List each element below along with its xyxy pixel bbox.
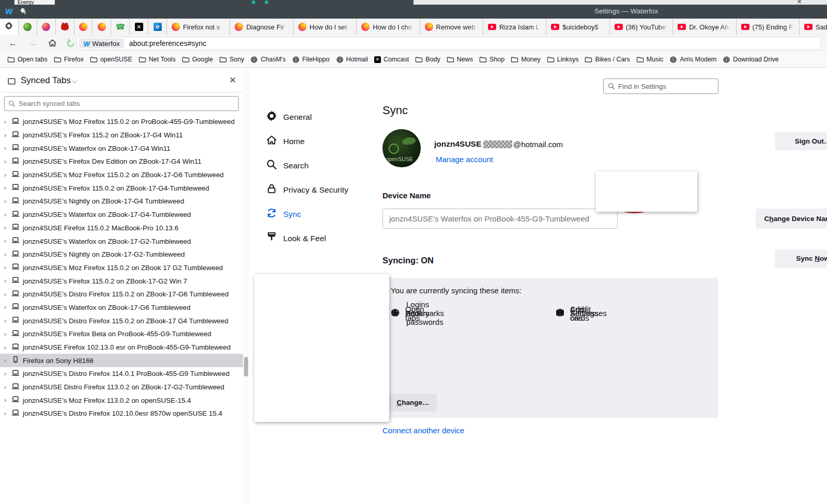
synced-device-row[interactable]: › jonzn4SUSE Firefox 102.13.0 esr on Pro… xyxy=(0,341,243,354)
bookmark-item[interactable]: ✕ Bikes / Cars xyxy=(581,54,633,65)
bookmark-item[interactable]: ✕ Download Drive xyxy=(719,54,782,65)
bookmark-item[interactable]: ✕ Open tabs xyxy=(4,54,51,65)
expand-chevron-icon[interactable]: › xyxy=(4,317,8,324)
synced-device-row[interactable]: › jonzn4SUSE’s Firefox Beta on ProBook-4… xyxy=(0,327,243,341)
expand-chevron-icon[interactable]: › xyxy=(4,251,8,258)
scrollbar-thumb[interactable] xyxy=(244,357,248,376)
synced-device-row[interactable]: › jonzn4SUSE’s Moz Firefox 115.0.2 on Pr… xyxy=(0,115,243,129)
expand-chevron-icon[interactable]: › xyxy=(4,198,8,205)
expand-chevron-icon[interactable]: › xyxy=(4,211,8,218)
bookmark-item[interactable]: ✕ Shop xyxy=(476,54,508,65)
expand-chevron-icon[interactable]: › xyxy=(4,384,8,391)
synced-device-row[interactable]: › jonzn4SUSE’s Nightly on ZBook-17-G2-Tu… xyxy=(0,248,243,261)
bookmark-item[interactable]: ✕ FileHippo xyxy=(289,54,333,65)
pinned-tab[interactable]: ☎ ✕ o xyxy=(74,19,93,35)
expand-chevron-icon[interactable]: › xyxy=(4,330,8,338)
synced-device-row[interactable]: › jonzn4SUSE’s Firefox 115.0.2 on ZBook-… xyxy=(0,274,243,288)
site-identity-chip[interactable]: W Waterfox xyxy=(79,38,124,49)
bookmark-item[interactable]: ✕ Hotmail xyxy=(333,54,371,65)
synced-device-row[interactable]: › jonzn4SUSE Firefox 115.0.2 MacBook-Pro… xyxy=(0,222,243,235)
browser-tab[interactable]: Diagnose Fir xyxy=(230,19,293,35)
sidebar-close-button[interactable]: ✕ xyxy=(229,75,236,86)
settings-nav-item[interactable]: General xyxy=(266,105,382,129)
synced-device-row[interactable]: › jonzn4SUSE’s Firefox 115.0.2 on ZBook-… xyxy=(0,181,243,195)
pinned-tab[interactable]: ☎ ✕ o xyxy=(0,19,19,35)
change-device-name-button[interactable]: Change Device Name… xyxy=(756,209,827,229)
bookmark-item[interactable]: ✕ Money xyxy=(508,54,544,65)
synced-device-row[interactable]: › jonzn4SUSE’s Distro Firefox 115.0.2 on… xyxy=(0,314,243,327)
bookmark-item[interactable]: ✕ Firefox xyxy=(51,54,87,65)
change-sync-items-button[interactable]: Change… xyxy=(389,393,437,412)
sidebar-search-input[interactable]: Search synced tabs xyxy=(4,96,239,111)
synced-device-row[interactable]: › jonzn4SUSE’s Distro Firefox 114.0.1 Pr… xyxy=(0,367,243,381)
synced-device-row[interactable]: › jonzn4SUSE’s Waterfox on ZBook-17-G4 W… xyxy=(0,141,243,155)
expand-chevron-icon[interactable]: › xyxy=(4,291,8,298)
expand-chevron-icon[interactable]: › xyxy=(4,158,8,165)
expand-chevron-icon[interactable]: › xyxy=(4,357,8,364)
expand-chevron-icon[interactable]: › xyxy=(4,238,8,245)
back-button[interactable]: ← xyxy=(6,37,20,50)
expand-chevron-icon[interactable]: › xyxy=(4,410,8,417)
expand-chevron-icon[interactable]: › xyxy=(4,145,8,152)
synced-device-row[interactable]: › jonzn4SUSE’s Distro Firefox 102.10.0es… xyxy=(0,407,243,420)
bookmark-item[interactable]: ✕ Sony xyxy=(216,54,248,65)
expand-chevron-icon[interactable]: › xyxy=(4,304,8,311)
synced-device-row[interactable]: › jonzn4SUSE’s Waterfox on ZBook-17-G6 T… xyxy=(0,301,243,314)
device-name-input[interactable] xyxy=(382,209,618,229)
expand-chevron-icon[interactable]: › xyxy=(4,344,8,351)
synced-device-row[interactable]: › jonzn4SUSE’s Waterfox on ZBook-17-G4-T… xyxy=(0,208,243,222)
settings-nav-item[interactable]: Sync xyxy=(266,202,382,226)
url-bar[interactable]: W Waterfox about:preferences#sync xyxy=(76,37,821,50)
synced-device-row[interactable]: › Firefox on Sony H8166 xyxy=(0,354,243,367)
expand-chevron-icon[interactable]: › xyxy=(4,184,8,192)
browser-tab[interactable]: How do I cho xyxy=(357,19,420,35)
synced-device-row[interactable]: › jonzn4SUSE’s Distro Firefox 115.0.2 on… xyxy=(0,288,243,301)
bookmark-item[interactable]: ✕ openSUSE xyxy=(87,54,135,65)
expand-chevron-icon[interactable]: › xyxy=(4,264,8,271)
pinned-tab[interactable]: ☎ ✕ o xyxy=(111,19,130,35)
pinned-tab[interactable]: ☎ ✕ o xyxy=(130,19,148,35)
pinned-tab[interactable]: ☎ ✕ o xyxy=(56,19,74,35)
bookmark-item[interactable]: ✕ ChasM's xyxy=(247,54,288,65)
manage-account-link[interactable]: Manage account xyxy=(436,155,493,164)
bookmark-item[interactable]: ✕ News xyxy=(443,54,476,65)
expand-chevron-icon[interactable]: › xyxy=(4,224,8,231)
browser-tab[interactable]: $uicideboy$ xyxy=(546,19,609,35)
connect-another-device-link[interactable]: Connect another device xyxy=(382,426,464,435)
settings-nav-item[interactable]: Search xyxy=(266,153,382,178)
expand-chevron-icon[interactable]: › xyxy=(4,397,8,404)
synced-device-row[interactable]: › jonzn4SUSE’s Nightly on ZBook-17-G4 Tu… xyxy=(0,195,243,208)
browser-tab[interactable]: Firefox not s xyxy=(167,19,230,35)
synced-device-row[interactable]: › jonzn4SUSE’s Moz Firefox 115.0.2 on ZB… xyxy=(0,261,243,275)
reload-button[interactable] xyxy=(64,37,78,50)
settings-nav-item[interactable]: Home xyxy=(266,129,382,153)
pinned-tab[interactable]: ☎ ✕ o xyxy=(148,19,167,35)
pinned-tab[interactable]: ☎ ✕ o xyxy=(19,19,37,35)
synced-device-row[interactable]: › jonzn4SUSE’s Firefox Dev Edition on ZB… xyxy=(0,155,243,168)
browser-tab[interactable]: (36) YouTube xyxy=(610,19,673,35)
sidebar-title[interactable]: Synced Tabs xyxy=(21,75,71,86)
sync-now-button[interactable]: Sync Now xyxy=(775,249,827,268)
synced-device-row[interactable]: › jonzn4SUSE’s Waterfox on ZBook-17-G2-T… xyxy=(0,234,243,248)
bookmark-item[interactable]: ✕ Comcast xyxy=(371,54,412,65)
browser-tab[interactable]: How do I set xyxy=(294,19,357,35)
expand-chevron-icon[interactable]: › xyxy=(4,118,8,125)
bookmark-item[interactable]: ✕ Music xyxy=(633,54,667,65)
window-titlebar[interactable]: W Settings — Waterfox xyxy=(0,5,827,19)
settings-nav-item[interactable]: Privacy & Security xyxy=(266,178,382,202)
browser-tab[interactable]: Sade - Your L xyxy=(800,19,827,35)
bookmark-item[interactable]: ✕ Body xyxy=(412,54,443,65)
settings-nav-item[interactable]: Look & Feel xyxy=(266,226,382,250)
chevron-down-icon[interactable] xyxy=(72,78,77,83)
expand-chevron-icon[interactable]: › xyxy=(4,132,8,139)
home-button[interactable] xyxy=(45,37,59,50)
pinned-tab[interactable]: ☎ ✕ o xyxy=(37,19,56,35)
browser-tab[interactable]: Rizza Islam L xyxy=(483,19,546,35)
bookmark-item[interactable]: ✕ Arris Modem xyxy=(666,54,719,65)
synced-device-row[interactable]: › jonzn4SUSE’s Moz Firefox 113.0.2 on op… xyxy=(0,393,243,407)
synced-device-row[interactable]: › jonzn4SUSE Distro Firefox 113.0.2 on Z… xyxy=(0,381,243,394)
synced-device-row[interactable]: › jonzn4SUSE’s Firefox 115.2 on ZBook-17… xyxy=(0,129,243,142)
browser-tab[interactable]: Remove web xyxy=(420,19,483,35)
account-avatar[interactable]: openSUSE xyxy=(382,129,421,167)
browser-tab[interactable]: Dr. Okoye Ah xyxy=(673,19,736,35)
